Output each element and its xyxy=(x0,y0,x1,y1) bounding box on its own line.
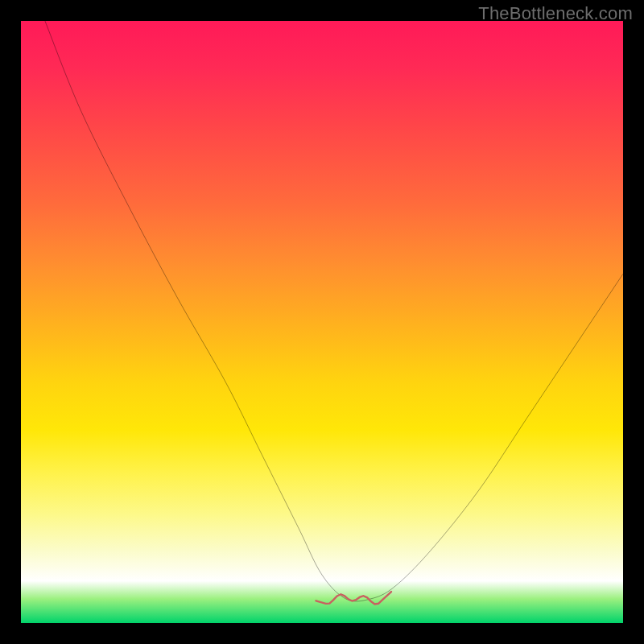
watermark-text: TheBottleneck.com xyxy=(478,3,633,24)
plot-area xyxy=(21,21,623,623)
bottleneck-curve-path xyxy=(45,21,623,601)
chart-frame: TheBottleneck.com xyxy=(0,0,644,644)
bottleneck-curve-svg xyxy=(21,21,623,623)
trough-accent xyxy=(316,592,392,604)
curve-group xyxy=(45,21,623,604)
